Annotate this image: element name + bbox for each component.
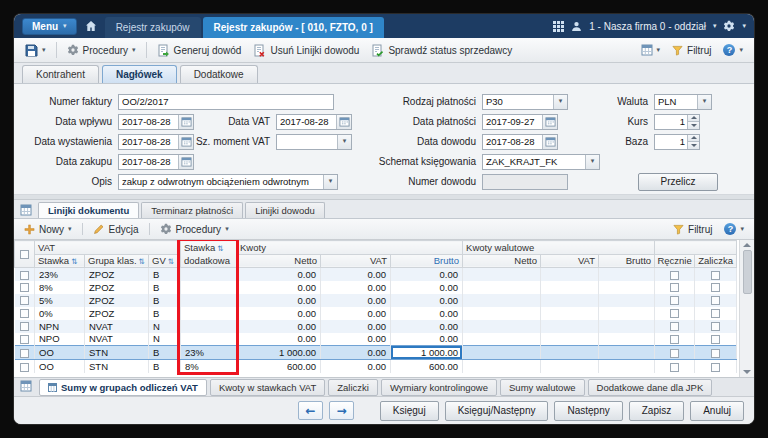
cell[interactable] bbox=[541, 294, 599, 307]
scroll-up-icon[interactable] bbox=[743, 243, 751, 247]
cell[interactable]: 0.00 bbox=[391, 294, 463, 307]
table-row[interactable]: OOSTNB8%600.000.00600.00 bbox=[15, 360, 737, 373]
cell[interactable]: 1 000.00 bbox=[391, 346, 463, 360]
cell[interactable]: N bbox=[149, 320, 181, 333]
cell[interactable]: 8% bbox=[35, 281, 85, 294]
chevron-down-icon[interactable] bbox=[323, 175, 337, 189]
row-select-checkbox[interactable] bbox=[15, 320, 35, 333]
table-row[interactable]: 5%ZPOZB0.000.000.00 bbox=[15, 294, 737, 307]
cell[interactable] bbox=[599, 294, 655, 307]
cell[interactable]: ZPOZ bbox=[85, 294, 149, 307]
cell[interactable] bbox=[463, 268, 541, 281]
row-select-checkbox[interactable] bbox=[15, 294, 35, 307]
schemat-ksiegowania-select[interactable]: ZAK_KRAJT_FK bbox=[482, 154, 600, 170]
calendar-icon[interactable] bbox=[542, 115, 557, 129]
kurs-stepper[interactable]: 1 bbox=[654, 114, 700, 130]
help-button[interactable] bbox=[718, 42, 748, 58]
sprawdz-status-button[interactable]: Sprawdź status sprzedawcy bbox=[366, 42, 517, 59]
calendar-icon[interactable] bbox=[178, 135, 193, 149]
column-header-netto[interactable]: Netto bbox=[237, 254, 321, 268]
chevron-down-icon[interactable] bbox=[337, 135, 351, 149]
cell[interactable]: 0.00 bbox=[237, 268, 321, 281]
cell[interactable]: 0.00 bbox=[237, 333, 321, 346]
recznie-checkbox[interactable] bbox=[655, 360, 695, 373]
cell[interactable]: 0.00 bbox=[321, 320, 391, 333]
column-header-stawka-dodatkowa[interactable]: Stawka dodatkowa bbox=[181, 241, 237, 268]
calendar-icon[interactable] bbox=[336, 115, 351, 129]
cell[interactable] bbox=[181, 268, 237, 281]
cell[interactable]: 0.00 bbox=[391, 307, 463, 320]
zaliczka-checkbox[interactable] bbox=[695, 281, 737, 294]
cell[interactable] bbox=[181, 333, 237, 346]
column-header-brutto[interactable]: Brutto bbox=[391, 254, 463, 268]
cell[interactable] bbox=[599, 320, 655, 333]
column-header-recznie[interactable]: Ręcznie bbox=[655, 254, 695, 268]
numer-faktury-input[interactable]: OO/2/2017 bbox=[118, 94, 334, 110]
filtruj-button[interactable]: Filtruj bbox=[667, 43, 716, 58]
calendar-icon[interactable] bbox=[178, 115, 193, 129]
chevron-down-icon[interactable] bbox=[697, 95, 711, 109]
tab-zaliczki[interactable]: Zaliczki bbox=[328, 379, 378, 396]
tab-linijki-dowodu[interactable]: Linijki dowodu bbox=[245, 202, 325, 218]
column-header-vat[interactable]: VAT bbox=[321, 254, 391, 268]
recznie-checkbox[interactable] bbox=[655, 281, 695, 294]
cell[interactable]: 0.00 bbox=[321, 281, 391, 294]
cell[interactable] bbox=[541, 307, 599, 320]
data-wplywu-input[interactable]: 2017-08-28 bbox=[118, 114, 194, 130]
titlebar-tab-document[interactable]: Rejestr zakupów - [ 010, FZTO, 0 ] bbox=[203, 17, 384, 38]
column-header-zaliczka[interactable]: Zaliczka bbox=[695, 254, 737, 268]
prev-record-button[interactable]: ← bbox=[298, 401, 323, 420]
table-row[interactable]: OOSTNB23%1 000.000.001 000.00 bbox=[15, 346, 737, 360]
calendar-icon[interactable] bbox=[178, 155, 193, 169]
opis-select[interactable]: zakup z odwrotnym obciążeniem odwrotnym bbox=[118, 174, 338, 190]
cell[interactable]: 0.00 bbox=[391, 333, 463, 346]
cell[interactable]: 23% bbox=[181, 346, 237, 360]
tab-dodatkowe[interactable]: Dodatkowe bbox=[180, 65, 258, 83]
baza-stepper[interactable]: 1 bbox=[654, 134, 700, 150]
cell[interactable] bbox=[541, 360, 599, 373]
recznie-checkbox[interactable] bbox=[655, 333, 695, 346]
column-header-w-vat[interactable]: VAT bbox=[541, 254, 599, 268]
row-select-checkbox[interactable] bbox=[15, 360, 35, 373]
cell[interactable] bbox=[599, 346, 655, 360]
cell[interactable]: 1 000.00 bbox=[237, 346, 321, 360]
tab-sumy-walutowe[interactable]: Sumy walutowe bbox=[500, 379, 585, 396]
column-header-gv[interactable]: GV bbox=[149, 254, 181, 268]
filtruj-grid-button[interactable]: Filtruj bbox=[668, 222, 717, 237]
row-select-checkbox[interactable] bbox=[15, 281, 35, 294]
table-row[interactable]: 23%ZPOZB0.000.000.00 bbox=[15, 268, 737, 281]
tab-kwoty-w-stawkach[interactable]: Kwoty w stawkach VAT bbox=[210, 379, 325, 396]
edycja-button[interactable]: Edycja bbox=[88, 221, 144, 237]
tab-sumy-w-grupach[interactable]: Sumy w grupach odliczeń VAT bbox=[39, 379, 207, 396]
cell[interactable] bbox=[541, 320, 599, 333]
cell[interactable] bbox=[463, 360, 541, 373]
nastepny-button[interactable]: Następny bbox=[554, 401, 622, 421]
cell[interactable]: 0.00 bbox=[237, 294, 321, 307]
tab-naglowek[interactable]: Nagłówek bbox=[102, 65, 177, 83]
select-all-header[interactable] bbox=[15, 241, 35, 268]
cell[interactable] bbox=[463, 320, 541, 333]
next-record-button[interactable]: → bbox=[329, 401, 354, 420]
cell[interactable] bbox=[541, 281, 599, 294]
przelicz-button[interactable]: Przelicz bbox=[638, 173, 718, 191]
anuluj-button[interactable]: Anuluj bbox=[690, 401, 744, 421]
table-row[interactable]: NPNNVATN0.000.000.00 bbox=[15, 320, 737, 333]
cell[interactable]: 600.00 bbox=[391, 360, 463, 373]
zaliczka-checkbox[interactable] bbox=[695, 346, 737, 360]
cell[interactable] bbox=[541, 268, 599, 281]
cell[interactable]: B bbox=[149, 281, 181, 294]
cell[interactable] bbox=[181, 294, 237, 307]
menu-button[interactable]: Menu bbox=[22, 18, 77, 35]
zaliczka-checkbox[interactable] bbox=[695, 333, 737, 346]
row-select-checkbox[interactable] bbox=[15, 307, 35, 320]
column-header-stawka[interactable]: Stawka bbox=[35, 254, 85, 268]
cell[interactable] bbox=[463, 281, 541, 294]
zaliczka-checkbox[interactable] bbox=[695, 320, 737, 333]
recznie-checkbox[interactable] bbox=[655, 346, 695, 360]
cell[interactable] bbox=[599, 307, 655, 320]
chevron-down-icon[interactable] bbox=[713, 23, 717, 30]
cell[interactable] bbox=[181, 307, 237, 320]
tab-terminarz-platnosci[interactable]: Terminarz płatności bbox=[141, 202, 243, 218]
cell[interactable]: STN bbox=[85, 346, 149, 360]
cell[interactable] bbox=[181, 320, 237, 333]
